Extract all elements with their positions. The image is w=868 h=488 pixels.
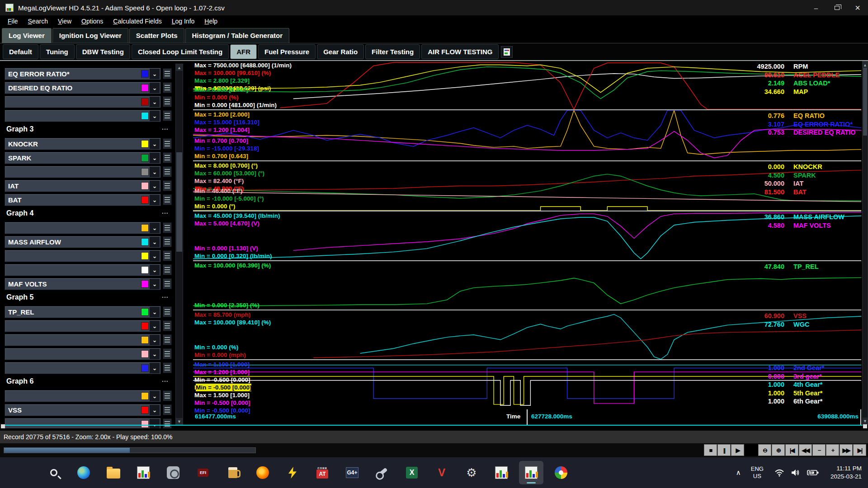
channel-grid-button[interactable] xyxy=(163,306,172,317)
channel-row-eq-error-ratio-[interactable]: EQ ERROR RATIO*⌄ xyxy=(5,68,161,80)
skip-start-button[interactable]: |◀ xyxy=(785,444,798,456)
efi-app-icon[interactable]: EFI xyxy=(191,461,215,484)
channel-color-swatch[interactable] xyxy=(141,364,149,372)
channel-grid-button[interactable] xyxy=(163,68,172,79)
channel-row-empty[interactable]: ⌄ xyxy=(5,222,161,234)
tab-ignition-log-viewer[interactable]: Ignition Log Viewer xyxy=(52,28,128,43)
file-explorer-icon[interactable] xyxy=(101,461,126,484)
graph-options-dots[interactable]: ... xyxy=(162,208,169,215)
channel-color-swatch[interactable] xyxy=(141,98,149,106)
zoom-out-button[interactable]: ⊖ xyxy=(758,444,771,456)
settings-gear-icon[interactable]: ⚙ xyxy=(459,461,484,484)
channel-color-swatch[interactable] xyxy=(141,322,149,330)
chevron-down-icon[interactable]: ⌄ xyxy=(150,405,160,415)
graph-options-dots[interactable]: ... xyxy=(162,124,169,131)
tab-log-viewer[interactable]: Log Viewer xyxy=(2,28,52,43)
graph-options-dots[interactable]: ... xyxy=(162,292,169,299)
chevron-down-icon[interactable]: ⌄ xyxy=(150,279,160,289)
chevron-down-icon[interactable]: ⌄ xyxy=(150,139,160,149)
channel-color-swatch[interactable] xyxy=(141,252,149,260)
menu-item-search[interactable]: Search xyxy=(23,16,53,26)
channel-row-empty[interactable]: ⌄ xyxy=(5,334,161,346)
logviewer-icon-1[interactable] xyxy=(131,461,156,484)
channel-row-empty[interactable]: ⌄ xyxy=(5,264,161,276)
close-button[interactable]: × xyxy=(847,0,868,15)
chevron-down-icon[interactable]: ⌄ xyxy=(150,195,160,205)
channel-grid-button[interactable] xyxy=(163,264,172,275)
channel-row-knockr[interactable]: KNOCKR⌄ xyxy=(5,138,161,150)
menu-item-view[interactable]: View xyxy=(53,16,76,26)
channel-grid-button[interactable] xyxy=(163,404,172,415)
graph-panel-1[interactable]: Max = 7500.000 [6488.000] (1/min)Max = 1… xyxy=(193,61,861,109)
channel-color-swatch[interactable] xyxy=(141,336,149,344)
channel-color-swatch[interactable] xyxy=(141,266,149,274)
channel-color-swatch[interactable] xyxy=(141,392,149,400)
channel-grid-button[interactable] xyxy=(163,348,172,359)
graph-panel-7[interactable]: Max = 1.100 [1.000]Max = 1.200 [1.000]Mi… xyxy=(193,359,861,409)
view-tab-default[interactable]: Default xyxy=(3,44,38,59)
view-tab-air-flow-testing[interactable]: AIR FLOW TESTING xyxy=(421,44,499,59)
graph-panel-3[interactable]: Max = 8.000 [0.700] (°)Max = 60.000 [53.… xyxy=(193,160,861,211)
restore-button[interactable] xyxy=(826,0,847,15)
resize-grip-left[interactable] xyxy=(1,424,5,428)
new-view-tab-button[interactable] xyxy=(501,46,513,58)
graph-stack[interactable]: 616477.000ms Time 627728.000ms 639088.00… xyxy=(193,61,861,425)
chevron-down-icon[interactable]: ⌄ xyxy=(150,321,160,331)
plus-button[interactable]: + xyxy=(826,444,839,456)
stop-button[interactable]: ■ xyxy=(704,444,717,456)
channel-row-tp-rel[interactable]: TP_REL⌄ xyxy=(5,306,161,318)
channel-color-swatch[interactable] xyxy=(141,350,149,358)
graph-options-dots[interactable]: ... xyxy=(162,376,169,383)
channel-grid-button[interactable] xyxy=(163,362,172,373)
language-indicator[interactable]: ENG US xyxy=(751,465,764,480)
volume-icon[interactable] xyxy=(791,469,801,477)
channel-grid-button[interactable] xyxy=(163,320,172,331)
logviewer-icon-active[interactable] xyxy=(519,461,543,484)
channel-grid-button[interactable] xyxy=(163,110,172,121)
channel-row-iat[interactable]: IAT⌄ xyxy=(5,180,161,192)
wifi-icon[interactable] xyxy=(774,469,784,477)
chevron-down-icon[interactable]: ⌄ xyxy=(150,83,160,93)
zoom-in-button[interactable]: ⊕ xyxy=(772,444,785,456)
channel-row-empty[interactable]: ⌄ xyxy=(5,418,161,428)
menu-item-log-info[interactable]: Log Info xyxy=(167,16,200,26)
firefox-icon[interactable] xyxy=(250,461,275,484)
chevron-down-icon[interactable]: ⌄ xyxy=(150,97,160,107)
chevron-down-icon[interactable]: ⌄ xyxy=(150,335,160,345)
chevron-down-icon[interactable]: ⌄ xyxy=(150,153,160,163)
channel-grid-button[interactable] xyxy=(163,390,172,401)
scroll-up-icon[interactable]: ▲ xyxy=(863,61,868,68)
view-tab-afr[interactable]: AFR xyxy=(230,44,257,59)
channel-color-swatch[interactable] xyxy=(141,70,149,78)
channel-color-swatch[interactable] xyxy=(141,224,149,232)
channel-row-empty[interactable]: ⌄ xyxy=(5,110,161,122)
channel-grid-button[interactable] xyxy=(163,180,172,191)
sidebar-scrollbar[interactable]: ▲ ▼ xyxy=(175,64,183,425)
channel-color-swatch[interactable] xyxy=(141,406,149,414)
chevron-down-icon[interactable]: ⌄ xyxy=(150,167,160,177)
tab-histogram-table-generator[interactable]: Histogram / Table Generator xyxy=(185,28,290,43)
cobb-accesstuner-icon[interactable]: COBBAT xyxy=(310,461,335,484)
channel-row-empty[interactable]: ⌄ xyxy=(5,250,161,262)
channel-grid-button[interactable] xyxy=(163,334,172,345)
channel-grid-button[interactable] xyxy=(163,236,172,247)
channel-color-swatch[interactable] xyxy=(141,308,149,316)
chevron-down-icon[interactable]: ⌄ xyxy=(150,237,160,247)
menu-item-options[interactable]: Options xyxy=(76,16,108,26)
minimize-button[interactable]: – xyxy=(806,0,826,15)
view-tab-tuning[interactable]: Tuning xyxy=(40,44,75,59)
channel-row-bat[interactable]: BAT⌄ xyxy=(5,194,161,206)
channel-row-empty[interactable]: ⌄ xyxy=(5,390,161,402)
channel-color-swatch[interactable] xyxy=(141,168,149,176)
channel-color-swatch[interactable] xyxy=(141,140,149,148)
v-app-icon[interactable]: V xyxy=(429,461,454,484)
channel-row-mass-airflow[interactable]: MASS AIRFLOW⌄ xyxy=(5,236,161,248)
bolt-app-icon[interactable] xyxy=(280,461,305,484)
chevron-down-icon[interactable]: ⌄ xyxy=(150,419,160,428)
menu-item-help[interactable]: Help xyxy=(199,16,222,26)
channel-color-swatch[interactable] xyxy=(141,420,149,428)
rewind-button[interactable]: ◀◀ xyxy=(799,444,812,456)
channel-grid-button[interactable] xyxy=(163,152,172,163)
battery-charging-icon[interactable] xyxy=(807,469,819,476)
browser-icon[interactable] xyxy=(71,461,96,484)
